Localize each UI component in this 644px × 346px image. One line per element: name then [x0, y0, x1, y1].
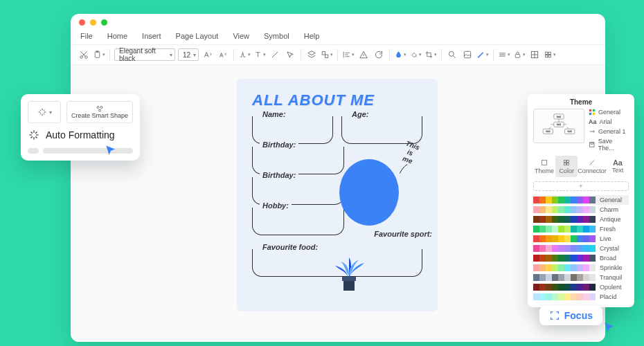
- menu-home[interactable]: Home: [107, 32, 127, 40]
- svg-text:text: text: [568, 130, 572, 133]
- label-name: Name:: [260, 110, 289, 118]
- rotate-icon[interactable]: [373, 48, 385, 61]
- svg-rect-10: [546, 52, 548, 54]
- field-birthday[interactable]: Birthday:: [252, 147, 344, 174]
- label-birthday: Birthday:: [260, 140, 298, 149]
- theme-panel-title: Theme: [533, 98, 629, 106]
- menu-page-layout[interactable]: Page Layout: [176, 32, 219, 40]
- document[interactable]: ALL ABOUT ME Name: Age: Birthday: Birthd…: [237, 79, 438, 311]
- tab-connector[interactable]: Connector: [578, 156, 607, 177]
- me-photo-placeholder[interactable]: [339, 159, 399, 226]
- svg-text:text: text: [546, 130, 550, 133]
- minimize-dot[interactable]: [90, 19, 96, 26]
- svg-rect-7: [464, 51, 470, 57]
- swatch-row[interactable]: Broad: [533, 253, 629, 263]
- swatch-row[interactable]: Live: [533, 234, 629, 244]
- swatch-row[interactable]: Antique: [533, 215, 629, 224]
- swatch-row[interactable]: Opulent: [533, 282, 629, 292]
- fill-color-icon[interactable]: [394, 48, 406, 61]
- add-theme-button[interactable]: +: [533, 181, 629, 191]
- label-favsport: Favourite sport:: [374, 230, 432, 238]
- auto-format-popover: ▾ Create Smart Shape Auto Formatting: [21, 94, 140, 161]
- warning-icon[interactable]: [357, 48, 370, 61]
- svg-rect-4: [322, 52, 325, 55]
- svg-rect-42: [564, 163, 566, 165]
- cursor-icon: [104, 144, 118, 158]
- theme-opt-general[interactable]: General: [589, 109, 629, 116]
- fill-tool-icon[interactable]: [409, 48, 422, 61]
- stroke-style-icon[interactable]: [498, 48, 510, 61]
- select-tool-icon[interactable]: [284, 48, 296, 61]
- menu-symbol[interactable]: Symbol: [264, 32, 289, 40]
- menu-view[interactable]: View: [233, 32, 249, 40]
- svg-rect-43: [567, 163, 569, 165]
- svg-rect-20: [343, 280, 355, 291]
- swatch-name: Sprinkle: [596, 264, 629, 271]
- theme-opt-arial[interactable]: AaArial: [589, 118, 629, 125]
- svg-rect-34: [593, 109, 595, 111]
- swatch-row[interactable]: Tranquil: [533, 273, 629, 282]
- canvas[interactable]: ALL ABOUT ME Name: Age: Birthday: Birthd…: [71, 65, 605, 342]
- align-left-icon[interactable]: [342, 48, 355, 61]
- search-icon[interactable]: [446, 48, 458, 61]
- font-options-icon[interactable]: [238, 48, 251, 61]
- smart-spark-button[interactable]: ▾: [28, 101, 61, 123]
- cursor-icon: [602, 321, 616, 335]
- grid-icon[interactable]: [528, 48, 541, 61]
- menu-insert[interactable]: Insert: [142, 32, 161, 40]
- maximize-dot[interactable]: [101, 19, 107, 26]
- swatch-row[interactable]: General: [533, 195, 629, 205]
- close-dot[interactable]: [79, 19, 85, 26]
- swatch-name: Broad: [596, 255, 629, 262]
- swatch-row[interactable]: Charm: [533, 205, 629, 215]
- font-size-select[interactable]: 12: [178, 48, 199, 61]
- menu-help[interactable]: Help: [304, 32, 320, 40]
- lock-icon[interactable]: [513, 48, 526, 61]
- field-birthday2[interactable]: Birthday:: [252, 177, 344, 205]
- font-family-select[interactable]: Elegant soft black: [114, 48, 175, 61]
- more-options-icon[interactable]: [544, 48, 556, 61]
- label-hobby: Hobby:: [260, 201, 292, 210]
- doc-title: ALL ABOUT ME: [252, 91, 422, 109]
- line-tool-icon[interactable]: [269, 48, 281, 61]
- paste-icon[interactable]: [93, 48, 105, 61]
- theme-preview[interactable]: text text text text: [533, 109, 584, 143]
- theme-opt-general1[interactable]: General 1: [589, 128, 629, 135]
- swatch-list: GeneralCharmAntiqueFreshLiveCrystalBroad…: [533, 195, 629, 302]
- svg-rect-39: [542, 161, 547, 165]
- field-hobby[interactable]: Hobby:: [252, 208, 344, 235]
- theme-panel: Theme text text text text General AaAria…: [528, 94, 634, 307]
- label-birthday2: Birthday:: [260, 171, 298, 179]
- focus-button[interactable]: Focus: [539, 306, 602, 325]
- tab-theme[interactable]: Theme: [533, 156, 555, 177]
- swatch-row[interactable]: Crystal: [533, 244, 629, 253]
- swatch-name: Antique: [596, 216, 629, 223]
- increase-font-icon[interactable]: [202, 48, 214, 61]
- swatch-row[interactable]: Fresh: [533, 224, 629, 234]
- menu-bar: File Home Insert Page Layout View Symbol…: [71, 30, 605, 44]
- decrease-font-icon[interactable]: [217, 48, 229, 61]
- swatch-row[interactable]: Placid: [533, 292, 629, 302]
- theme-opt-save[interactable]: Save The...: [589, 138, 629, 152]
- group-icon[interactable]: [321, 48, 333, 61]
- swatch-row[interactable]: Sprinkle: [533, 263, 629, 273]
- tab-text[interactable]: AaText: [607, 156, 629, 177]
- swatch-name: Charm: [596, 206, 629, 213]
- svg-text:text: text: [557, 116, 561, 118]
- tab-color[interactable]: Color: [555, 156, 578, 177]
- layers-icon[interactable]: [305, 48, 318, 61]
- crop-icon[interactable]: [424, 48, 437, 61]
- field-name[interactable]: Name:: [252, 116, 333, 144]
- arrow-icon: [395, 162, 410, 177]
- svg-point-24: [99, 109, 101, 111]
- create-smart-shape-button[interactable]: Create Smart Shape: [66, 101, 133, 123]
- image-icon[interactable]: [461, 48, 474, 61]
- line-color-icon[interactable]: [476, 48, 489, 61]
- menu-file[interactable]: File: [80, 32, 93, 40]
- text-tool-icon[interactable]: [253, 48, 266, 61]
- focus-label: Focus: [564, 310, 593, 321]
- label-age: Age:: [349, 110, 371, 118]
- swatch-name: Fresh: [596, 226, 629, 233]
- svg-point-6: [449, 51, 454, 56]
- svg-rect-13: [548, 55, 551, 57]
